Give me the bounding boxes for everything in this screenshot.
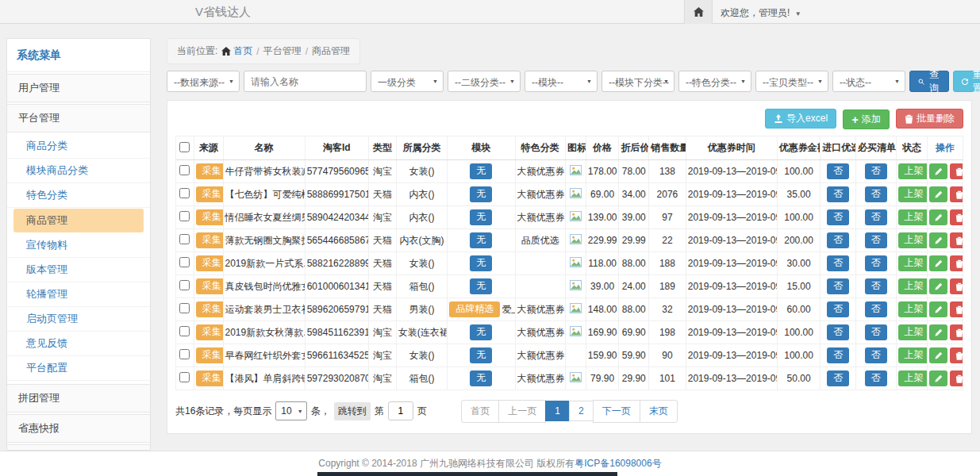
breadcrumb-home-link[interactable]: 首页: [221, 44, 252, 58]
status-button[interactable]: 上架: [898, 347, 928, 363]
search-button[interactable]: 查询: [909, 71, 949, 92]
edit-button[interactable]: [929, 232, 947, 248]
import-flag-badge[interactable]: 否: [827, 255, 849, 271]
sidebar-item[interactable]: 版本管理: [7, 258, 150, 282]
sidebar-group[interactable]: 拼团管理: [7, 384, 150, 413]
delete-button[interactable]: [950, 255, 963, 271]
jump-button[interactable]: 跳转到: [334, 402, 371, 420]
name-search-input[interactable]: [244, 71, 367, 92]
delete-button[interactable]: [950, 347, 963, 363]
select-all-checkbox[interactable]: [179, 142, 190, 152]
import-flag-badge[interactable]: 否: [827, 324, 849, 340]
import-flag-badge[interactable]: 否: [827, 347, 849, 363]
must-buy-flag-badge[interactable]: 否: [865, 232, 887, 248]
sidebar-item[interactable]: 商品管理: [13, 209, 144, 232]
delete-button[interactable]: [950, 370, 963, 386]
sidebar-item[interactable]: 平台配置: [7, 356, 150, 381]
status-button[interactable]: 上架: [898, 301, 928, 317]
must-buy-flag-badge[interactable]: 否: [865, 324, 887, 340]
filter-select[interactable]: --宝贝类型--▼: [755, 71, 828, 92]
sidebar-group[interactable]: 用户管理: [7, 74, 150, 102]
status-button[interactable]: 上架: [898, 278, 928, 294]
sidebar-item[interactable]: 模块商品分类: [7, 159, 150, 183]
sidebar-item[interactable]: 商品分类: [7, 134, 150, 159]
sidebar-item[interactable]: 启动页管理: [7, 307, 150, 332]
status-button[interactable]: 上架: [898, 209, 928, 225]
sidebar-group[interactable]: 省惠快报: [7, 414, 150, 443]
filter-select[interactable]: --模块下分类--▼: [601, 71, 674, 92]
import-flag-badge[interactable]: 否: [827, 163, 849, 179]
status-button[interactable]: 上架: [898, 255, 928, 271]
sidebar-item[interactable]: 轮播管理: [7, 282, 150, 307]
batch-delete-button[interactable]: 批量删除: [896, 109, 963, 129]
home-button[interactable]: [684, 0, 713, 24]
status-button[interactable]: 上架: [898, 232, 928, 248]
page-button[interactable]: 2: [569, 401, 594, 421]
edit-button[interactable]: [929, 301, 947, 317]
per-page-select[interactable]: 10▼: [275, 401, 306, 420]
status-button[interactable]: 上架: [898, 370, 928, 386]
row-checkbox[interactable]: [179, 280, 190, 290]
import-flag-badge[interactable]: 否: [827, 209, 849, 225]
filter-select[interactable]: --状态--▼: [832, 71, 905, 92]
page-button[interactable]: 1: [545, 401, 570, 421]
edit-button[interactable]: [929, 209, 947, 225]
reset-button[interactable]: 重置: [953, 71, 980, 92]
delete-button[interactable]: [950, 324, 963, 340]
page-button[interactable]: 末页: [640, 400, 678, 423]
row-checkbox[interactable]: [179, 188, 190, 198]
user-menu[interactable]: 欢迎您，管理员! ▼: [721, 6, 801, 20]
delete-button[interactable]: [950, 209, 963, 225]
must-buy-flag-badge[interactable]: 否: [865, 301, 887, 317]
sidebar-item[interactable]: 特色分类: [7, 183, 150, 208]
import-flag-badge[interactable]: 否: [827, 186, 849, 202]
row-checkbox[interactable]: [179, 165, 190, 175]
import-flag-badge[interactable]: 否: [827, 370, 849, 386]
add-button[interactable]: + 添加: [843, 109, 889, 129]
delete-button[interactable]: [950, 278, 963, 294]
import-flag-badge[interactable]: 否: [827, 232, 849, 248]
row-checkbox[interactable]: [179, 257, 190, 267]
page-button[interactable]: 上一页: [498, 400, 546, 423]
page-button[interactable]: 首页: [461, 400, 499, 423]
import-flag-badge[interactable]: 否: [827, 301, 849, 317]
icp-link[interactable]: 粤ICP备16098006号: [575, 458, 661, 469]
sidebar-group[interactable]: 消息管理: [7, 444, 150, 451]
status-button[interactable]: 上架: [898, 163, 928, 179]
status-button[interactable]: 上架: [898, 186, 928, 202]
row-checkbox[interactable]: [179, 211, 190, 221]
edit-button[interactable]: [929, 324, 947, 340]
must-buy-flag-badge[interactable]: 否: [865, 163, 887, 179]
edit-button[interactable]: [929, 163, 947, 179]
row-checkbox[interactable]: [179, 372, 190, 382]
must-buy-flag-badge[interactable]: 否: [865, 209, 887, 225]
status-button[interactable]: 上架: [898, 324, 928, 340]
horizontal-scrollbar-thumb[interactable]: [317, 472, 617, 476]
sidebar-item[interactable]: 意见反馈: [7, 332, 150, 356]
filter-select[interactable]: --特色分类--▼: [678, 71, 751, 92]
filter-select[interactable]: --二级分类--▼: [448, 71, 521, 92]
must-buy-flag-badge[interactable]: 否: [865, 255, 887, 271]
filter-select[interactable]: --数据来源--▼: [167, 71, 240, 92]
jump-page-input[interactable]: [388, 401, 413, 420]
page-button[interactable]: 下一页: [593, 400, 640, 423]
sidebar-item[interactable]: 宣传物料: [7, 233, 150, 258]
import-flag-badge[interactable]: 否: [827, 278, 849, 294]
edit-button[interactable]: [929, 278, 947, 294]
row-checkbox[interactable]: [179, 349, 190, 359]
edit-button[interactable]: [929, 347, 947, 363]
filter-select[interactable]: --模块--▼: [525, 71, 598, 92]
edit-button[interactable]: [929, 255, 947, 271]
delete-button[interactable]: [950, 186, 963, 202]
filter-select[interactable]: 一级分类▼: [371, 71, 444, 92]
must-buy-flag-badge[interactable]: 否: [865, 186, 887, 202]
delete-button[interactable]: [950, 232, 963, 248]
edit-button[interactable]: [929, 186, 947, 202]
row-checkbox[interactable]: [179, 326, 190, 336]
sidebar-group[interactable]: 平台管理: [7, 104, 150, 132]
must-buy-flag-badge[interactable]: 否: [865, 370, 887, 386]
row-checkbox[interactable]: [179, 234, 190, 244]
must-buy-flag-badge[interactable]: 否: [865, 278, 887, 294]
delete-button[interactable]: [950, 301, 963, 317]
must-buy-flag-badge[interactable]: 否: [865, 347, 887, 363]
